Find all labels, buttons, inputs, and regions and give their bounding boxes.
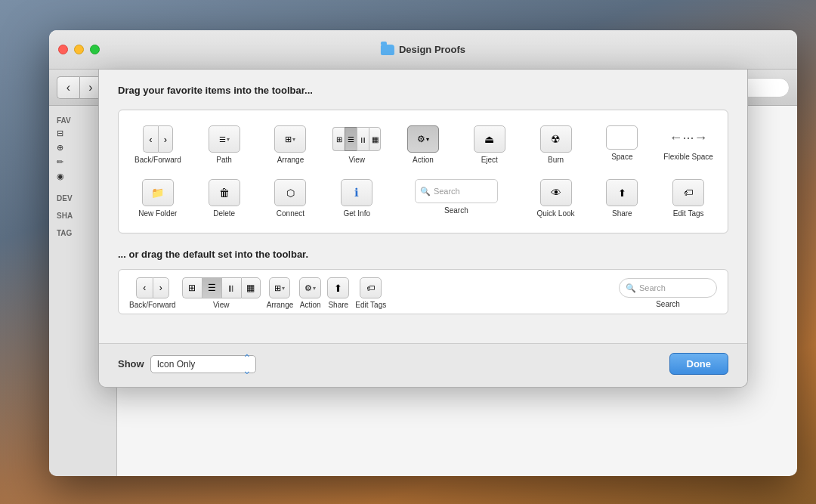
dt-view-icon: ⊞ ☰ ⫼ ▦ xyxy=(182,277,261,298)
sidebar-icon-2: ⊕ xyxy=(57,143,63,153)
item-back-forward-label: Back/Forward xyxy=(134,156,181,164)
item-view[interactable]: ⊞ ☰ ⫼ ▦ View xyxy=(325,119,388,170)
item-path[interactable]: ☰▾ Path xyxy=(193,119,256,170)
dt-search-label: Search xyxy=(656,300,680,308)
item-quick-look[interactable]: 👁 Quick Look xyxy=(524,173,588,224)
share-icon: ⬆ xyxy=(606,179,638,206)
new-folder-icon: 📁 xyxy=(142,179,174,206)
item-search[interactable]: 🔍 Search Search xyxy=(391,173,521,224)
dt-action-icon: ⚙▾ xyxy=(299,277,321,298)
item-burn[interactable]: ☢ Burn xyxy=(524,119,588,170)
burn-icon: ☢ xyxy=(540,125,572,153)
modal-bottom: Show Icon Only Icon and Text Text Only ⌃… xyxy=(99,343,747,387)
nav-left-icon: ‹ xyxy=(143,125,158,153)
item-connect[interactable]: ⬡ Connect xyxy=(259,173,323,224)
item-space[interactable]: Space xyxy=(590,119,654,170)
item-edit-tags[interactable]: 🏷 Edit Tags xyxy=(657,173,720,224)
dt-view-col-btn: ⫼ xyxy=(221,277,241,298)
delete-icon: 🗑 xyxy=(209,179,240,206)
dt-view[interactable]: ⊞ ☰ ⫼ ▦ View xyxy=(182,277,261,309)
close-button[interactable] xyxy=(58,45,68,54)
quick-look-icon: 👁 xyxy=(540,179,572,206)
dt-search[interactable]: 🔍 Search Search xyxy=(619,278,717,308)
modal-content: Drag your favorite items into the toolba… xyxy=(99,70,747,343)
dt-edit-tags[interactable]: 🏷 Edit Tags xyxy=(355,277,386,309)
dt-nav-icon: ‹ › xyxy=(136,277,169,298)
item-path-label: Path xyxy=(216,156,232,164)
item-back-forward[interactable]: ‹ › Back/Forward xyxy=(126,119,190,170)
item-search-label: Search xyxy=(444,206,468,215)
default-set-label: ... or drag the default set into the too… xyxy=(118,249,728,260)
item-edit-tags-label: Edit Tags xyxy=(673,209,704,218)
finder-titlebar: Design Proofs xyxy=(49,30,797,70)
item-get-info-label: Get Info xyxy=(343,209,370,218)
sidebar-icon-4: ◉ xyxy=(57,172,64,181)
chevron-left-icon xyxy=(66,81,70,94)
item-arrange[interactable]: ⊞▾ Arrange xyxy=(259,119,323,170)
search-magnifier-icon: 🔍 xyxy=(420,187,431,196)
dt-edit-tags-label: Edit Tags xyxy=(355,301,386,309)
window-title: Design Proofs xyxy=(381,44,465,55)
default-set-container: ‹ › Back/Forward ⊞ ☰ ⫼ ▦ View xyxy=(118,269,728,314)
dt-arrange-label: Arrange xyxy=(267,301,294,309)
dt-arrange[interactable]: ⊞▾ Arrange xyxy=(267,277,294,309)
item-delete[interactable]: 🗑 Delete xyxy=(193,173,256,224)
folder-icon xyxy=(381,45,394,55)
dt-arrange-icon: ⊞▾ xyxy=(269,277,290,298)
item-share-label: Share xyxy=(612,209,632,218)
item-action[interactable]: ⚙▾ Action xyxy=(391,119,455,170)
item-eject[interactable]: ⏏ Eject xyxy=(458,119,521,170)
traffic-lights xyxy=(58,45,100,54)
done-button[interactable]: Done xyxy=(669,353,729,375)
dt-back-forward-label: Back/Forward xyxy=(129,301,176,309)
customize-toolbar-modal: Drag your favorite items into the toolba… xyxy=(98,70,748,388)
search-field-icon: 🔍 Search xyxy=(415,179,498,203)
items-grid: ‹ › Back/Forward ☰▾ Path ⊞▾ xyxy=(118,110,728,233)
dt-view-icon-btn: ⊞ xyxy=(182,277,202,298)
nav-buttons xyxy=(57,76,102,99)
dt-action-label: Action xyxy=(300,301,321,309)
dt-back-forward[interactable]: ‹ › Back/Forward xyxy=(129,277,176,309)
item-delete-label: Delete xyxy=(213,209,235,218)
dt-view-list-btn: ☰ xyxy=(202,277,221,298)
dt-view-gallery-btn: ▦ xyxy=(241,277,261,298)
item-space-label: Space xyxy=(611,153,632,161)
item-burn-label: Burn xyxy=(548,156,564,164)
sidebar-icon-3: ✏ xyxy=(57,157,63,167)
item-share[interactable]: ⬆ Share xyxy=(590,173,654,224)
item-view-label: View xyxy=(348,156,365,164)
edit-tags-icon: 🏷 xyxy=(672,179,704,206)
action-icon: ⚙▾ xyxy=(407,125,439,153)
item-new-folder[interactable]: 📁 New Folder xyxy=(126,173,190,224)
nav-right-icon: › xyxy=(158,125,173,153)
connect-icon: ⬡ xyxy=(274,179,306,206)
back-forward-icon: ‹ › xyxy=(142,125,174,153)
modal-instruction: Drag your favorite items into the toolba… xyxy=(118,85,728,96)
item-flexible-space[interactable]: ←···→ Flexible Space xyxy=(657,119,720,170)
show-select[interactable]: Icon Only Icon and Text Text Only xyxy=(150,355,256,373)
eject-icon: ⏏ xyxy=(474,125,505,153)
dt-action[interactable]: ⚙▾ Action xyxy=(299,277,321,309)
item-get-info[interactable]: ℹ Get Info xyxy=(325,173,388,224)
item-quick-look-label: Quick Look xyxy=(537,209,575,218)
maximize-button[interactable] xyxy=(90,45,100,54)
dt-nav-left: ‹ xyxy=(136,277,153,298)
arrange-icon: ⊞▾ xyxy=(274,125,306,153)
dt-share[interactable]: ⬆ Share xyxy=(327,277,349,309)
path-icon: ☰▾ xyxy=(209,125,240,153)
show-select-wrapper[interactable]: Icon Only Icon and Text Text Only ⌃⌄ xyxy=(150,355,256,373)
item-new-folder-label: New Folder xyxy=(138,209,177,218)
minimize-button[interactable] xyxy=(74,45,84,54)
sidebar-icon-1: ⊟ xyxy=(57,128,63,138)
item-connect-label: Connect xyxy=(277,209,304,218)
flexible-space-icon: ←···→ xyxy=(666,125,711,150)
dt-search-box[interactable]: 🔍 Search xyxy=(619,278,717,298)
space-icon xyxy=(606,125,638,150)
dt-edit-tags-icon: 🏷 xyxy=(360,277,382,298)
view-icon: ⊞ ☰ ⫼ ▦ xyxy=(330,125,383,153)
item-flexible-space-label: Flexible Space xyxy=(663,153,713,161)
get-info-icon: ℹ xyxy=(341,179,372,206)
back-button[interactable] xyxy=(57,76,79,99)
item-arrange-label: Arrange xyxy=(277,156,304,164)
dt-share-icon: ⬆ xyxy=(327,277,349,298)
